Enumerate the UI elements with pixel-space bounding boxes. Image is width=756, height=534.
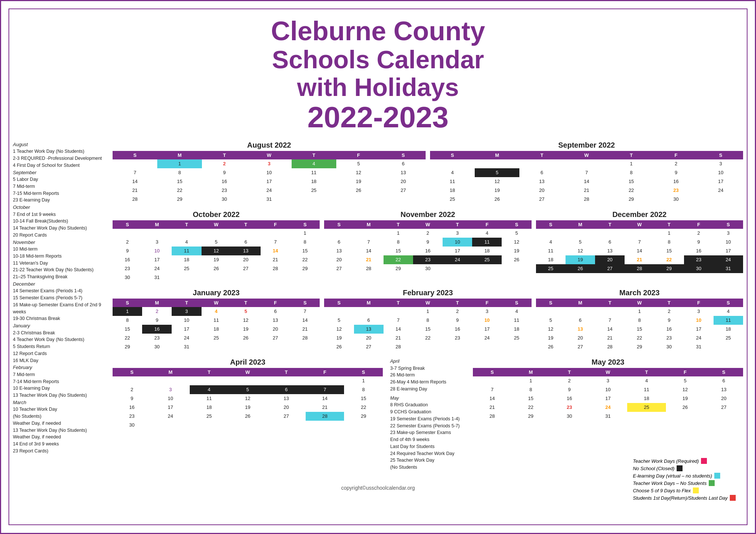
calendar-day-cell: 29 (344, 412, 383, 421)
sidebar-event-item: 13 Teacher Work Day (No Students) (13, 427, 109, 434)
calendar-day-cell (151, 376, 190, 385)
calendar-day-header: W (247, 151, 291, 159)
calendar-day-cell: 8 (290, 238, 320, 247)
middle-event-item: 9 CCHS Graduation (390, 409, 465, 416)
calendar-day-cell: 3 (172, 307, 201, 316)
calendar-day-cell: 12 (475, 177, 519, 186)
calendar-day-cell: 12 (202, 247, 231, 255)
calendar-day-cell (381, 195, 426, 204)
calendar-day-cell: 19 (475, 186, 519, 195)
calendar-day-cell: 18 (714, 325, 743, 334)
calendar-day-cell: 24 (698, 186, 743, 195)
calendar-title: May 2023 (473, 358, 743, 366)
sidebar-event-item: 14 End of 3rd 9 weeks (13, 441, 109, 448)
calendar-day-cell: 16 (654, 325, 684, 334)
calendar-day-cell: 17 (589, 394, 628, 403)
calendar-day-cell: 17 (172, 325, 201, 334)
calendar-day-cell: 25 (190, 412, 228, 421)
calendar-day-cell: 14 (473, 394, 512, 403)
calendar-day-header: S (714, 299, 743, 307)
calendar-day-cell: 23 (413, 255, 443, 264)
calendar-day-header: S (113, 368, 151, 376)
calendar-day-cell: 9 (684, 238, 714, 247)
title-section: Cleburne County Schools Calendar with Ho… (13, 17, 743, 134)
calendar-day-cell: 24 (142, 264, 172, 273)
calendar-day-cell: 17 (684, 325, 714, 334)
calendar-day-cell: 30 (142, 342, 172, 351)
calendar-day-cell: 20 (231, 255, 261, 264)
calendar-day-cell: 23 (443, 334, 472, 342)
calendar-day-header: T (292, 151, 336, 159)
calendar-day-cell: 22 (512, 403, 550, 412)
calendar-title: April 2023 (113, 358, 383, 366)
calendar-day-header: T (443, 220, 472, 229)
calendar-day-cell: 2 (443, 307, 472, 316)
calendar-day-cell: 25 (627, 403, 666, 412)
calendar-day-cell: 27 (595, 264, 625, 273)
calendar-day-cell: 9 (142, 316, 172, 325)
calendar-title: February 2023 (324, 289, 531, 297)
calendar-day-header: F (472, 299, 502, 307)
calendar-day-cell: 2 (113, 385, 151, 394)
calendar-day-cell: 10 (247, 168, 291, 177)
calendar-day-header: T (443, 299, 472, 307)
calendar-day-cell: 16 (684, 247, 714, 255)
calendar-day-cell: 20 (704, 394, 743, 403)
calendar-day-cell: 27 (704, 403, 743, 412)
calendar-day-header: S (324, 299, 354, 307)
calendar-day-cell: 30 (413, 264, 443, 273)
calendar-day-cell: 18 (202, 325, 231, 334)
calendar-day-cell: 29 (290, 264, 320, 273)
calendar-day-cell (290, 273, 320, 282)
middle-event-item: 23 Make-up Semester Exams (390, 429, 465, 436)
calendar-day-cell (306, 421, 344, 430)
calendar-day-header: T (172, 299, 201, 307)
calendar-day-header: S (324, 220, 354, 229)
calendar-day-cell: 23 (202, 186, 247, 195)
calendar-day-cell: 30 (684, 264, 714, 273)
calendar-title: August 2022 (113, 141, 426, 149)
calendar-day-cell: 20 (324, 255, 354, 264)
calendar-day-header: S (698, 151, 743, 159)
calendar-title: September 2022 (430, 141, 743, 149)
legend-color-box (677, 465, 683, 471)
calendar-day-cell: 17 (247, 177, 291, 186)
calendar-day-cell: 19 (536, 334, 566, 342)
calendar-day-cell: 25 (472, 255, 502, 264)
legend-label: Teacher Work Days (Required) (633, 458, 699, 464)
calendar-day-cell: 19 (324, 334, 354, 342)
calendar-day-cell: 30 (113, 421, 151, 430)
calendar-day-cell: 11 (502, 316, 531, 325)
calendar-day-cell: 20 (595, 255, 625, 264)
calendar-day-cell: 27 (566, 342, 595, 351)
calendar-day-cell: 13 (267, 394, 306, 403)
sidebar-event-item: 21-22 Teacher Work Day (No Students) (13, 266, 109, 273)
calendar-day-header: S (113, 151, 157, 159)
sidebar-event-item: 1 Teacher Work Day (No Students) (13, 148, 109, 155)
calendar-day-cell: 12 (228, 394, 267, 403)
calendar-day-cell: 23 (684, 255, 714, 264)
legend-item: E-learning Day (virtual – no students) (633, 473, 736, 479)
legend-color-box (709, 480, 715, 486)
calendar-day-cell: 26 (228, 412, 267, 421)
calendar-day-cell: 3 (684, 307, 714, 316)
calendar-day-cell: 29 (384, 264, 413, 273)
calendar-day-cell: 31 (247, 195, 291, 204)
calendar-day-cell: 17 (698, 177, 743, 186)
calendar-day-cell: 28 (625, 264, 654, 273)
calendar-day-cell: 10 (443, 238, 472, 247)
calendar-day-cell: 22 (654, 255, 684, 264)
calendar-day-cell: 2 (654, 159, 698, 168)
calendar-day-cell: 24 (151, 412, 190, 421)
calendar-day-cell: 8 (384, 238, 413, 247)
calendar-day-cell: 14 (595, 325, 625, 334)
calendar-day-cell: 1 (654, 229, 684, 238)
calendar-day-header: F (684, 220, 714, 229)
sidebar-event-item: 21–25 Thanksgiving Break (13, 273, 109, 280)
calendar-day-cell: 22 (413, 334, 443, 342)
calendar-day-header: T (519, 151, 564, 159)
calendar-day-cell: 21 (595, 334, 625, 342)
calendar-day-header: T (384, 220, 413, 229)
calendar-day-header: W (228, 368, 267, 376)
calendar-day-cell: 7 (290, 307, 320, 316)
